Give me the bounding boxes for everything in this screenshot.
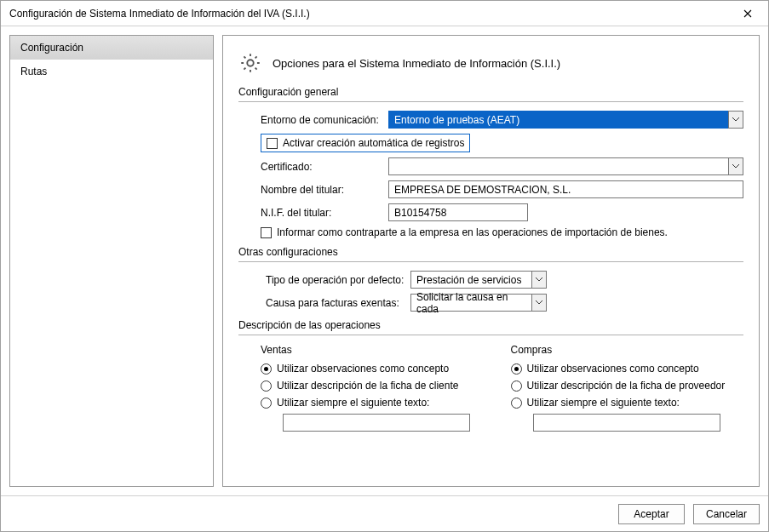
input-sales-text[interactable]: [283, 414, 470, 432]
sidebar-item-configuracion[interactable]: Configuración: [10, 36, 213, 60]
label-sales-opt3: Utilizar siempre el siguiente texto:: [277, 397, 429, 409]
col-purchases: Compras Utilizar observaciones como conc…: [511, 344, 744, 432]
row-exempt-cause: Causa para facturas exentas: Solicitar l…: [238, 294, 743, 312]
label-auto-create: Activar creación automática de registros: [283, 137, 464, 149]
group-general: Configuración general Entorno de comunic…: [238, 83, 743, 238]
svg-point-0: [247, 60, 253, 66]
combo-exempt-cause-text: Solicitar la causa en cada: [410, 294, 531, 312]
combo-exempt-cause[interactable]: Solicitar la causa en cada: [410, 294, 547, 312]
combo-cert-text: [388, 157, 728, 175]
label-purch-opt2: Utilizar descripción de la ficha de prov…: [527, 380, 726, 392]
label-purch-opt3: Utilizar siempre el siguiente texto:: [527, 397, 680, 409]
combo-op-type-text: Prestación de servicios: [410, 271, 531, 289]
ok-button[interactable]: Aceptar: [618, 504, 685, 524]
dialog-footer: Aceptar Cancelar: [1, 495, 768, 531]
radio-sales-opt3[interactable]: [261, 398, 272, 409]
label-exempt-cause: Causa para facturas exentas:: [266, 297, 410, 309]
input-holder-nif[interactable]: [388, 203, 528, 221]
sidebar-item-rutas[interactable]: Rutas: [10, 60, 213, 83]
col-sales: Ventas Utilizar observaciones como conce…: [261, 344, 494, 432]
label-holder-name: Nombre del titular:: [261, 184, 388, 196]
sidebar: Configuración Rutas: [9, 35, 214, 487]
label-sales-opt1: Utilizar observaciones como concepto: [277, 363, 449, 375]
radio-sales-opt1[interactable]: [261, 363, 272, 375]
close-icon: [743, 9, 752, 18]
close-button[interactable]: [731, 2, 765, 26]
purch-opt1-row[interactable]: Utilizar observaciones como concepto: [511, 363, 744, 375]
chevron-down-icon: [732, 164, 739, 169]
row-cert: Certificado:: [238, 157, 743, 175]
combo-cert[interactable]: [388, 157, 743, 175]
purch-text-wrap: [533, 414, 744, 432]
group-header-desc: Descripción de las operaciones: [238, 317, 743, 335]
combo-op-type-button[interactable]: [531, 271, 547, 289]
group-header-other: Otras configuraciones: [238, 243, 743, 262]
cancel-button[interactable]: Cancelar: [693, 504, 760, 524]
gear-icon: [238, 51, 262, 75]
group-header-general: Configuración general: [238, 83, 743, 102]
label-holder-nif: N.I.F. del titular:: [261, 207, 388, 219]
combo-exempt-cause-button[interactable]: [531, 294, 547, 312]
chevron-down-icon: [536, 277, 542, 282]
label-op-type: Tipo de operación por defecto:: [266, 274, 410, 286]
label-sales-opt2: Utilizar descripción de la ficha de clie…: [277, 380, 458, 392]
sales-text-wrap: [283, 414, 494, 432]
dialog-window: Configuración de Sistema Inmediato de In…: [0, 0, 769, 532]
combo-cert-button[interactable]: [728, 157, 743, 175]
page-title: Opciones para el Sistema Inmediato de In…: [273, 57, 560, 70]
sidebar-item-label: Rutas: [20, 66, 47, 77]
chevron-down-icon: [536, 300, 542, 305]
page-header: Opciones para el Sistema Inmediato de In…: [238, 51, 743, 75]
main-panel: Opciones para el Sistema Inmediato de In…: [222, 35, 760, 487]
label-env: Entorno de comunicación:: [261, 114, 388, 126]
label-counterparty: Informar como contraparte a la empresa e…: [277, 226, 668, 238]
titlebar: Configuración de Sistema Inmediato de In…: [1, 1, 768, 26]
dialog-body: Configuración Rutas Opciones para el Sis…: [1, 26, 768, 495]
combo-op-type[interactable]: Prestación de servicios: [410, 271, 547, 289]
group-desc: Descripción de las operaciones Ventas Ut…: [238, 317, 743, 432]
row-holder-nif: N.I.F. del titular:: [238, 203, 743, 221]
input-purch-text[interactable]: [533, 414, 720, 432]
row-counterparty[interactable]: Informar como contraparte a la empresa e…: [238, 226, 743, 238]
sales-opt3-row[interactable]: Utilizar siempre el siguiente texto:: [261, 397, 494, 409]
desc-columns: Ventas Utilizar observaciones como conce…: [238, 344, 743, 432]
radio-purch-opt2[interactable]: [511, 380, 522, 392]
row-holder-name: Nombre del titular:: [238, 180, 743, 198]
sales-opt1-row[interactable]: Utilizar observaciones como concepto: [261, 363, 494, 375]
label-cert: Certificado:: [261, 161, 388, 173]
radio-purch-opt1[interactable]: [511, 363, 522, 375]
purch-opt2-row[interactable]: Utilizar descripción de la ficha de prov…: [511, 380, 744, 392]
header-sales: Ventas: [261, 344, 494, 356]
label-purch-opt1: Utilizar observaciones como concepto: [527, 363, 699, 375]
sidebar-item-label: Configuración: [20, 42, 83, 54]
window-title: Configuración de Sistema Inmediato de In…: [9, 8, 731, 20]
checkbox-counterparty[interactable]: [261, 227, 272, 238]
row-auto-create[interactable]: Activar creación automática de registros: [261, 134, 470, 152]
radio-purch-opt3[interactable]: [511, 398, 522, 409]
checkbox-auto-create[interactable]: [267, 138, 278, 149]
radio-sales-opt2[interactable]: [261, 380, 272, 392]
header-purchases: Compras: [511, 344, 744, 356]
row-op-type: Tipo de operación por defecto: Prestació…: [238, 271, 743, 289]
sales-opt2-row[interactable]: Utilizar descripción de la ficha de clie…: [261, 380, 494, 392]
group-other: Otras configuraciones Tipo de operación …: [238, 243, 743, 312]
row-env: Entorno de comunicación: Entorno de prue…: [238, 111, 743, 129]
combo-env[interactable]: Entorno de pruebas (AEAT): [388, 111, 743, 129]
combo-env-text: Entorno de pruebas (AEAT): [388, 111, 728, 129]
chevron-down-icon: [732, 117, 739, 122]
input-holder-name[interactable]: [388, 180, 743, 198]
purch-opt3-row[interactable]: Utilizar siempre el siguiente texto:: [511, 397, 744, 409]
combo-env-button[interactable]: [728, 111, 743, 129]
